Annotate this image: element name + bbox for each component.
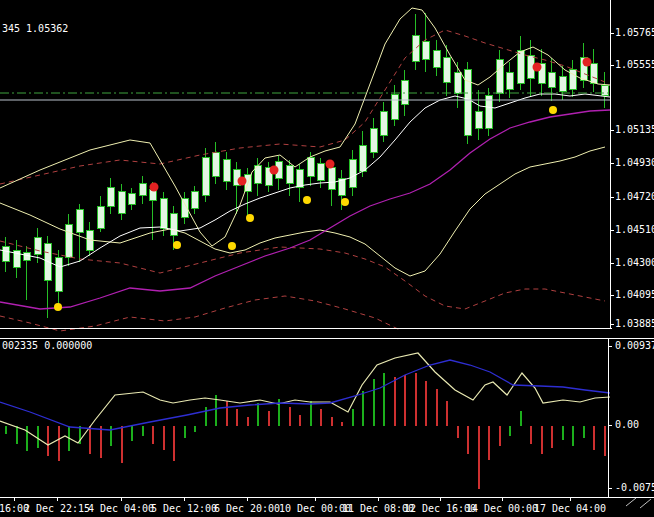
candle-body (76, 210, 83, 232)
candle-body (307, 158, 314, 176)
candle-body (349, 160, 356, 188)
time-tick-label: 5 Dec 12:00 (151, 503, 217, 514)
candle-body (34, 238, 41, 255)
sell-signal-dot (270, 166, 279, 175)
candle-body (65, 224, 72, 258)
candle-body (128, 194, 135, 204)
price-tick-label: 1.05765 (615, 27, 654, 39)
price-tick-label: 1.04095 (615, 289, 654, 301)
candle-body (170, 214, 177, 236)
candle-body (149, 190, 156, 200)
buy-signal-dot (173, 241, 181, 249)
sell-signal-dot (533, 63, 542, 72)
candle-body (496, 60, 503, 94)
candle-body (380, 112, 387, 136)
candle-body (443, 58, 450, 82)
trading-chart-window: 345 1.05362 002335 0.000000 1.057651.055… (0, 0, 654, 517)
corner-resize-hatch[interactable] (640, 499, 651, 508)
time-tick-label: 14 Dec 00:00 (466, 503, 538, 514)
envelope-outer-lower-dashed (0, 296, 400, 331)
buy-signal-dot (246, 214, 254, 222)
candle-body (433, 50, 440, 68)
price-tick-label: 1.05555 (615, 59, 654, 71)
candle-body (391, 95, 398, 120)
candle-body (107, 188, 114, 206)
candle-body (559, 76, 566, 92)
band-yellow-upper (0, 8, 610, 246)
sell-signal-dot (326, 160, 335, 169)
band-yellow-lower (0, 147, 605, 276)
price-tick-label: 1.04720 (615, 191, 654, 203)
indicator-values-label: 002335 0.000000 (2, 340, 92, 352)
candle-body (328, 167, 335, 190)
symbol-quote-label: 345 1.05362 (2, 23, 68, 35)
price-tick-label: 1.03885 (615, 318, 654, 330)
price-tick-label: 1.05135 (615, 124, 654, 136)
candle-body (118, 192, 125, 214)
candle-body (370, 128, 377, 152)
sell-signal-dot (150, 183, 159, 192)
sell-signal-dot (238, 177, 247, 186)
candle-body (359, 145, 366, 171)
candle-body (160, 198, 167, 228)
buy-signal-dot (549, 106, 557, 114)
candle-body (202, 158, 209, 196)
current-price-tag: 1.05362 (611, 87, 654, 101)
buy-signal-dot (303, 196, 311, 204)
candle-body (548, 72, 555, 88)
candle-body (191, 192, 198, 208)
candle-body (286, 166, 293, 184)
time-tick-label: 17 Dec 04:00 (534, 503, 606, 514)
time-tick-label: 6 Dec 20:00 (214, 503, 280, 514)
candle-body (223, 160, 230, 182)
candle-body (317, 164, 324, 180)
candle-body (139, 184, 146, 196)
buy-signal-dot (341, 198, 349, 206)
price-tick-label: 1.04300 (615, 257, 654, 269)
candle-body (2, 247, 9, 262)
price-tick-label: 1.04510 (615, 224, 654, 236)
envelope-upper-dashed (0, 30, 605, 184)
candle-body (590, 63, 597, 84)
price-tick-label: 1.04930 (615, 157, 654, 169)
candle-body (55, 258, 62, 292)
sell-signal-dot (583, 58, 592, 67)
time-tick-label: 10 Dec 00:00 (279, 503, 351, 514)
candle-body (97, 206, 104, 228)
time-tick-label: 4 Dec 04:00 (88, 503, 154, 514)
indicator-signal-yellow (0, 353, 610, 445)
indicator-axis-max-label: 0.009378 (615, 340, 654, 352)
buy-signal-dot (228, 242, 236, 250)
indicator-macd-blue (0, 360, 610, 430)
buy-signal-dot (54, 303, 62, 311)
candle-body (601, 86, 608, 95)
indicator-axis-min-label: -0.00753 (615, 482, 654, 494)
candle-body (212, 152, 219, 176)
indicator-axis-zero-label: 0.00 (615, 419, 639, 431)
candle-body (485, 96, 492, 128)
magenta-moving-average (0, 110, 610, 309)
time-tick-label: 2 Dec 22:15 (24, 503, 90, 514)
candle-body (412, 36, 419, 62)
candle-body (454, 72, 461, 94)
chart-plot-area[interactable] (0, 0, 654, 517)
current-price-value: 1.05362 (615, 89, 654, 100)
candle-body (517, 50, 524, 84)
candle-body (422, 42, 429, 60)
candle-body (506, 72, 513, 90)
corner-resize-hatch[interactable] (626, 498, 636, 506)
candle-body (475, 112, 482, 128)
